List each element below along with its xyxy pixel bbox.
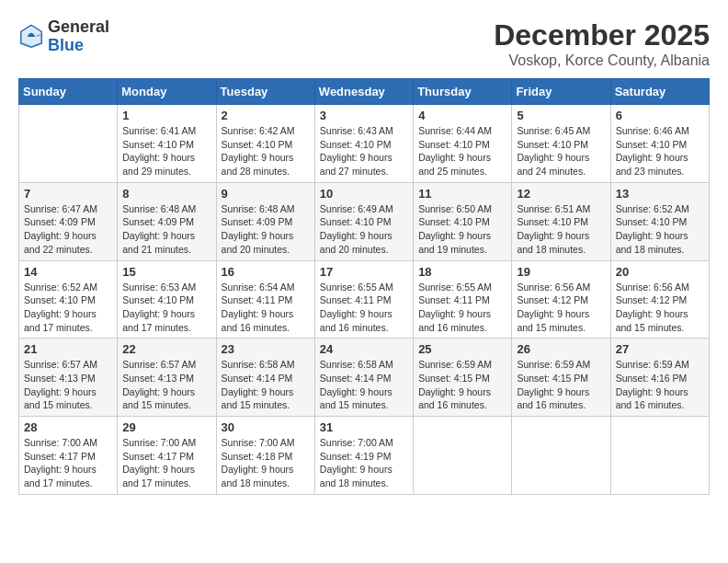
day-number: 17 [320, 265, 408, 279]
day-number: 19 [517, 265, 605, 279]
cell-info: Sunrise: 6:58 AMSunset: 4:14 PMDaylight:… [222, 358, 310, 412]
calendar-cell: 19Sunrise: 6:56 AMSunset: 4:12 PMDayligh… [512, 260, 610, 339]
calendar-cell: 26Sunrise: 6:59 AMSunset: 4:15 PMDayligh… [512, 339, 610, 417]
cell-info: Sunrise: 6:46 AMSunset: 4:10 PMDaylight:… [616, 124, 704, 178]
calendar-cell: 29Sunrise: 7:00 AMSunset: 4:17 PMDayligh… [118, 417, 216, 495]
cell-info: Sunrise: 6:52 AMSunset: 4:10 PMDaylight:… [616, 202, 704, 257]
calendar-week-row: 14Sunrise: 6:52 AMSunset: 4:10 PMDayligh… [19, 260, 710, 339]
weekday-header-monday: Monday [118, 79, 216, 105]
weekday-header-wednesday: Wednesday [314, 79, 413, 105]
calendar-week-row: 1Sunrise: 6:41 AMSunset: 4:10 PMDaylight… [19, 105, 710, 183]
weekday-header-thursday: Thursday [414, 79, 512, 105]
day-number: 20 [616, 265, 704, 279]
calendar-cell: 15Sunrise: 6:53 AMSunset: 4:10 PMDayligh… [118, 260, 216, 339]
cell-info: Sunrise: 6:43 AMSunset: 4:10 PMDaylight:… [320, 124, 408, 178]
cell-info: Sunrise: 7:00 AMSunset: 4:17 PMDaylight:… [122, 436, 210, 490]
calendar-cell: 23Sunrise: 6:58 AMSunset: 4:14 PMDayligh… [216, 339, 314, 417]
weekday-header-saturday: Saturday [610, 79, 709, 105]
calendar-cell: 11Sunrise: 6:50 AMSunset: 4:10 PMDayligh… [414, 182, 512, 260]
calendar-week-row: 28Sunrise: 7:00 AMSunset: 4:17 PMDayligh… [19, 417, 710, 495]
day-number: 10 [320, 187, 408, 201]
cell-info: Sunrise: 6:54 AMSunset: 4:11 PMDaylight:… [222, 281, 310, 335]
title-section: December 2025 Voskop, Korce County, Alba… [494, 18, 710, 69]
logo-icon [18, 24, 44, 50]
cell-info: Sunrise: 7:00 AMSunset: 4:17 PMDaylight:… [24, 436, 112, 490]
day-number: 2 [222, 109, 310, 122]
weekday-header-row: SundayMondayTuesdayWednesdayThursdayFrid… [19, 79, 710, 105]
day-number: 30 [222, 420, 310, 434]
day-number: 18 [418, 265, 506, 279]
calendar-cell: 28Sunrise: 7:00 AMSunset: 4:17 PMDayligh… [19, 417, 118, 495]
cell-info: Sunrise: 6:56 AMSunset: 4:12 PMDaylight:… [616, 281, 704, 335]
calendar-cell: 27Sunrise: 6:59 AMSunset: 4:16 PMDayligh… [610, 339, 709, 417]
calendar-cell: 4Sunrise: 6:44 AMSunset: 4:10 PMDaylight… [414, 105, 512, 183]
logo-blue-text: Blue [48, 36, 84, 54]
calendar-cell: 14Sunrise: 6:52 AMSunset: 4:10 PMDayligh… [19, 260, 118, 339]
day-number: 3 [320, 109, 408, 122]
calendar-cell: 7Sunrise: 6:47 AMSunset: 4:09 PMDaylight… [19, 182, 118, 260]
day-number: 16 [222, 265, 310, 279]
calendar-cell: 24Sunrise: 6:58 AMSunset: 4:14 PMDayligh… [314, 339, 413, 417]
weekday-header-friday: Friday [512, 79, 610, 105]
calendar-cell: 1Sunrise: 6:41 AMSunset: 4:10 PMDaylight… [118, 105, 216, 183]
day-number: 25 [418, 342, 506, 356]
calendar-cell: 21Sunrise: 6:57 AMSunset: 4:13 PMDayligh… [19, 339, 118, 417]
cell-info: Sunrise: 6:57 AMSunset: 4:13 PMDaylight:… [122, 358, 210, 412]
day-number: 26 [517, 342, 605, 356]
calendar-cell: 18Sunrise: 6:55 AMSunset: 4:11 PMDayligh… [414, 260, 512, 339]
calendar-cell: 17Sunrise: 6:55 AMSunset: 4:11 PMDayligh… [314, 260, 413, 339]
day-number: 12 [517, 187, 605, 201]
cell-info: Sunrise: 6:56 AMSunset: 4:12 PMDaylight:… [517, 281, 605, 335]
cell-info: Sunrise: 6:48 AMSunset: 4:09 PMDaylight:… [222, 202, 310, 257]
calendar-cell: 9Sunrise: 6:48 AMSunset: 4:09 PMDaylight… [216, 182, 314, 260]
calendar-cell: 3Sunrise: 6:43 AMSunset: 4:10 PMDaylight… [314, 105, 413, 183]
calendar-cell: 25Sunrise: 6:59 AMSunset: 4:15 PMDayligh… [414, 339, 512, 417]
day-number: 5 [517, 109, 605, 122]
day-number: 7 [24, 187, 112, 201]
calendar-cell: 6Sunrise: 6:46 AMSunset: 4:10 PMDaylight… [610, 105, 709, 183]
day-number: 21 [24, 342, 112, 356]
calendar-cell: 22Sunrise: 6:57 AMSunset: 4:13 PMDayligh… [118, 339, 216, 417]
weekday-header-sunday: Sunday [19, 79, 118, 105]
day-number: 27 [616, 342, 704, 356]
cell-info: Sunrise: 6:52 AMSunset: 4:10 PMDaylight:… [24, 281, 112, 335]
cell-info: Sunrise: 6:50 AMSunset: 4:10 PMDaylight:… [418, 202, 506, 257]
day-number: 9 [222, 187, 310, 201]
day-number: 23 [222, 342, 310, 356]
logo: General Blue [18, 18, 109, 55]
cell-info: Sunrise: 6:59 AMSunset: 4:15 PMDaylight:… [418, 358, 506, 412]
day-number: 22 [122, 342, 210, 356]
calendar-cell [610, 417, 709, 495]
calendar-cell: 20Sunrise: 6:56 AMSunset: 4:12 PMDayligh… [610, 260, 709, 339]
day-number: 28 [24, 420, 112, 434]
cell-info: Sunrise: 6:48 AMSunset: 4:09 PMDaylight:… [122, 202, 210, 257]
calendar-cell: 16Sunrise: 6:54 AMSunset: 4:11 PMDayligh… [216, 260, 314, 339]
cell-info: Sunrise: 6:55 AMSunset: 4:11 PMDaylight:… [418, 281, 506, 335]
cell-info: Sunrise: 6:57 AMSunset: 4:13 PMDaylight:… [24, 358, 112, 412]
day-number: 24 [320, 342, 408, 356]
calendar-cell [19, 105, 118, 183]
calendar-cell: 31Sunrise: 7:00 AMSunset: 4:19 PMDayligh… [314, 417, 413, 495]
day-number: 1 [122, 109, 210, 122]
day-number: 6 [616, 109, 704, 122]
cell-info: Sunrise: 6:58 AMSunset: 4:14 PMDaylight:… [320, 358, 408, 412]
day-number: 14 [24, 265, 112, 279]
location-subtitle: Voskop, Korce County, Albania [494, 52, 710, 69]
cell-info: Sunrise: 6:59 AMSunset: 4:16 PMDaylight:… [616, 358, 704, 412]
cell-info: Sunrise: 6:49 AMSunset: 4:10 PMDaylight:… [320, 202, 408, 257]
day-number: 8 [122, 187, 210, 201]
calendar-cell [512, 417, 610, 495]
weekday-header-tuesday: Tuesday [216, 79, 314, 105]
cell-info: Sunrise: 7:00 AMSunset: 4:18 PMDaylight:… [222, 436, 310, 490]
calendar-cell: 10Sunrise: 6:49 AMSunset: 4:10 PMDayligh… [314, 182, 413, 260]
day-number: 29 [122, 420, 210, 434]
cell-info: Sunrise: 7:00 AMSunset: 4:19 PMDaylight:… [320, 436, 408, 490]
calendar-week-row: 7Sunrise: 6:47 AMSunset: 4:09 PMDaylight… [19, 182, 710, 260]
calendar-table: SundayMondayTuesdayWednesdayThursdayFrid… [18, 78, 710, 495]
day-number: 15 [122, 265, 210, 279]
cell-info: Sunrise: 6:47 AMSunset: 4:09 PMDaylight:… [24, 202, 112, 257]
cell-info: Sunrise: 6:45 AMSunset: 4:10 PMDaylight:… [517, 124, 605, 178]
cell-info: Sunrise: 6:44 AMSunset: 4:10 PMDaylight:… [418, 124, 506, 178]
day-number: 31 [320, 420, 408, 434]
calendar-cell: 13Sunrise: 6:52 AMSunset: 4:10 PMDayligh… [610, 182, 709, 260]
